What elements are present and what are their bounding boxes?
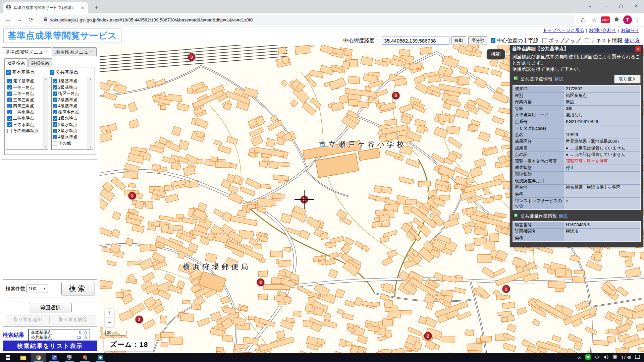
checked-checkbox[interactable] <box>50 70 54 75</box>
share-icon[interactable] <box>578 15 588 24</box>
checked-checkbox[interactable] <box>7 104 12 108</box>
checked-checkbox[interactable] <box>7 79 12 83</box>
checked-checkbox[interactable] <box>53 110 57 114</box>
checked-checkbox[interactable] <box>53 135 57 139</box>
zoom-out-button[interactable]: − <box>105 318 114 327</box>
window-maximize-button[interactable]: ▢ <box>613 0 629 11</box>
checked-checkbox[interactable] <box>53 122 57 127</box>
checked-checkbox[interactable] <box>53 98 57 102</box>
list-item[interactable]: 三等三角点 <box>7 97 41 103</box>
notification-center-icon[interactable] <box>635 355 640 361</box>
browser-tab[interactable]: 基準点成果等閲覧サービス(標準) ✕ <box>3 2 88 13</box>
control-point-marker[interactable]: 2 <box>136 315 143 323</box>
result-count-value[interactable]: 0 <box>73 330 82 335</box>
list-item[interactable]: 二等水準点 <box>7 115 41 122</box>
list-item[interactable]: 一等三角点 <box>7 84 41 91</box>
volume-icon[interactable] <box>603 355 609 361</box>
checked-checkbox[interactable] <box>53 79 57 83</box>
listbox-scrollbar[interactable]: ▲▼ <box>43 77 48 149</box>
control-point-marker[interactable]: 2 <box>502 285 510 293</box>
checked-checkbox[interactable] <box>7 98 12 102</box>
photo-app-icon[interactable] <box>77 353 93 362</box>
map-function-button[interactable]: 機能 <box>487 49 505 59</box>
show-result-list-button[interactable]: 検索結果をリスト表示 <box>3 341 97 351</box>
section2-help-link[interactable]: 解説 <box>559 213 568 219</box>
unchecked-checkbox[interactable] <box>585 38 589 43</box>
header-link[interactable]: お知らせ <box>621 28 639 33</box>
checked-checkbox[interactable] <box>7 110 12 114</box>
coord-input[interactable]: 35.440562,139.586738 <box>382 37 449 45</box>
list-item[interactable]: 三等水準点 <box>7 122 41 128</box>
list-item[interactable]: 2級水準点 <box>53 122 87 128</box>
checked-checkbox[interactable] <box>53 85 57 89</box>
adblock-extension-icon[interactable]: ABP <box>601 16 610 23</box>
list-item[interactable]: 二等三角点 <box>7 90 41 97</box>
wifi-icon[interactable] <box>594 355 600 361</box>
unchecked-checkbox[interactable] <box>542 38 547 43</box>
window-minimize-button[interactable]: — <box>598 0 613 11</box>
search-tab[interactable]: 通常検索 <box>4 58 28 67</box>
checked-checkbox[interactable] <box>7 85 12 89</box>
panel-close-icon[interactable]: ✕ <box>635 46 641 52</box>
result-count-value[interactable]: 12 <box>73 335 82 340</box>
menu-tab[interactable]: 基準点閲覧メニュー <box>2 47 51 57</box>
map[interactable]: 市立瀬戸ケ谷小学校横浜狩場郵便局33332222 + − 30 m ズーム：18… <box>100 45 644 353</box>
window-close-button[interactable]: ✕ <box>629 0 644 11</box>
range-select-button[interactable]: 範囲選択 <box>29 303 72 312</box>
checked-checkbox[interactable] <box>6 70 11 75</box>
control-point-marker[interactable]: 3 <box>128 192 136 199</box>
search-tab[interactable]: 詳細検索 <box>29 58 52 67</box>
list-item[interactable]: 4級基準点 <box>53 103 87 109</box>
unchecked-checkbox[interactable] <box>53 141 57 145</box>
remote-app-icon[interactable] <box>46 353 62 362</box>
list-item[interactable]: 四等三角点 <box>7 103 41 109</box>
search-count-select[interactable]: 100▼ <box>26 285 48 293</box>
checked-checkbox[interactable] <box>53 129 57 133</box>
checked-checkbox[interactable] <box>7 92 12 96</box>
gis-app-icon[interactable] <box>62 353 77 362</box>
scroll-down-icon[interactable]: ▼ <box>44 146 47 149</box>
checked-checkbox[interactable] <box>491 38 495 43</box>
public-points-listbox[interactable]: 1級基準点2級基準点街区三角点3級基準点4級基準点街区多角点1級水準点2級水準点… <box>51 77 94 150</box>
address-bar[interactable]: sokuseikagis1.gsi.go.jp/index.aspx#18/35… <box>39 15 575 25</box>
list-item[interactable]: 1級基準点 <box>53 78 87 84</box>
checked-checkbox[interactable] <box>53 104 57 108</box>
list-item[interactable]: 4級水準点 <box>53 134 87 140</box>
file-explorer-icon[interactable] <box>15 353 31 362</box>
checked-checkbox[interactable] <box>53 116 57 121</box>
forward-button[interactable]: → <box>15 15 24 24</box>
group-checkbox[interactable]: 公共基準点 <box>50 69 93 75</box>
list-item[interactable]: 電子基準点 <box>7 78 41 84</box>
new-tab-button[interactable]: + <box>93 4 101 11</box>
usage-link[interactable]: 使い方 <box>624 37 640 44</box>
control-point-marker[interactable]: 2 <box>424 332 432 340</box>
group-checkbox[interactable]: 基本基準点 <box>6 69 50 75</box>
list-item[interactable]: 街区三角点 <box>53 90 87 97</box>
dms-button[interactable]: 度分秒 <box>468 36 487 45</box>
back-button[interactable]: ← <box>3 15 13 24</box>
start-button[interactable] <box>0 353 15 362</box>
checked-checkbox[interactable] <box>7 122 12 127</box>
control-point-marker[interactable]: 3 <box>188 53 196 61</box>
bookmark-star-icon[interactable]: ☆ <box>590 15 599 24</box>
list-item[interactable]: 一等水準点 <box>7 109 41 116</box>
list-item[interactable]: 3級水準点 <box>53 128 87 134</box>
hold-button[interactable]: 取り置き <box>614 75 641 83</box>
tray-chat-app-icon[interactable] <box>585 354 591 361</box>
menu-tab[interactable]: 地名検索メニュー <box>52 47 97 57</box>
header-link[interactable]: トップページに戻る <box>543 28 584 33</box>
list-item[interactable]: 2級基準点 <box>53 84 87 91</box>
basic-points-listbox[interactable]: 電子基準点一等三角点二等三角点三等三角点四等三角点一等水準点二等水準点三等水準点… <box>6 77 48 150</box>
tab-search-icon[interactable]: ⌄ <box>582 0 598 11</box>
unchecked-checkbox[interactable] <box>7 129 12 133</box>
control-point-marker[interactable]: 3 <box>392 92 399 99</box>
control-point-marker[interactable]: 2 <box>257 278 265 286</box>
list-item[interactable]: 街区多角点 <box>53 109 87 116</box>
list-item[interactable]: 1級水準点 <box>53 115 87 122</box>
header-link[interactable]: お問い合わせ <box>589 28 616 33</box>
list-item[interactable]: その他基準点 <box>7 128 41 134</box>
checked-checkbox[interactable] <box>7 116 12 121</box>
zoom-in-button[interactable]: + <box>105 309 114 318</box>
list-item[interactable]: その他 <box>53 140 87 146</box>
list-item[interactable]: 3級基準点 <box>53 97 87 103</box>
